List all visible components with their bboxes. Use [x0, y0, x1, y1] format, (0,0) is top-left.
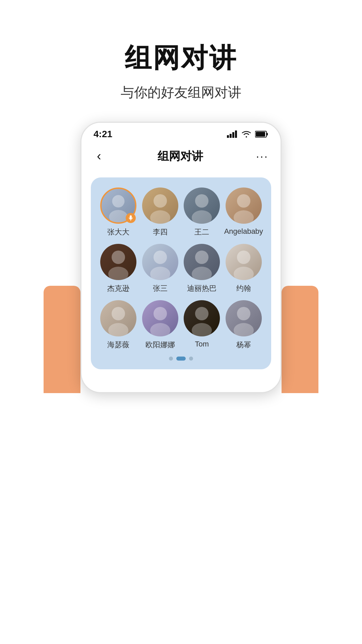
member-item[interactable]: 李四 [139, 187, 181, 237]
svg-point-15 [234, 210, 254, 224]
status-icons [227, 130, 268, 138]
avatar-wrap [226, 300, 262, 336]
svg-point-26 [154, 307, 167, 320]
svg-rect-2 [232, 132, 234, 138]
avatar-wrap [226, 244, 262, 280]
back-button[interactable]: ‹ [94, 148, 105, 165]
member-grid-card: 张大大 李四 王二 Angelababy 杰克逊 张三 迪丽热巴 约翰 海瑟薇 … [91, 177, 271, 369]
hero-subtitle: 与你的好友组网对讲 [121, 83, 241, 102]
svg-rect-5 [266, 133, 268, 136]
nav-bar: ‹ 组网对讲 ··· [81, 143, 281, 169]
member-item[interactable]: Tom [181, 300, 223, 350]
avatar-2 [184, 187, 220, 224]
svg-point-27 [150, 323, 170, 336]
avatar-wrap [184, 187, 220, 224]
svg-point-24 [112, 307, 125, 320]
avatar-wrap [100, 300, 136, 336]
avatar-6 [184, 244, 220, 280]
member-name: 约翰 [236, 283, 251, 293]
svg-point-20 [195, 251, 208, 264]
member-name: Tom [195, 340, 209, 348]
member-item[interactable]: 杰克逊 [98, 244, 139, 293]
pagination-dots [98, 357, 264, 361]
svg-point-12 [195, 194, 208, 208]
member-name: 张大大 [107, 227, 129, 237]
member-name: 王二 [194, 227, 209, 237]
signal-icon [227, 130, 238, 138]
avatar-3 [226, 187, 262, 224]
hero-section: 组网对讲 与你的好友组网对讲 [121, 0, 241, 122]
member-item[interactable]: 海瑟薇 [98, 300, 139, 350]
avatar-wrap [100, 244, 136, 280]
avatar-wrap [226, 187, 262, 224]
member-item[interactable]: 欧阳娜娜 [139, 300, 181, 350]
avatar-wrap [142, 244, 178, 280]
svg-point-21 [192, 267, 212, 280]
svg-rect-3 [235, 130, 237, 138]
more-button[interactable]: ··· [256, 150, 268, 163]
avatar-wrap [184, 300, 220, 336]
svg-point-29 [192, 323, 212, 336]
member-name: 迪丽热巴 [187, 283, 217, 293]
status-bar: 4:21 [81, 123, 281, 143]
phone-wrapper: 4:21 [44, 122, 318, 393]
svg-point-16 [112, 251, 125, 264]
audio-badge [126, 213, 136, 223]
avatar-10 [184, 300, 220, 336]
member-name: 张三 [153, 283, 168, 293]
member-grid: 张大大 李四 王二 Angelababy 杰克逊 张三 迪丽热巴 约翰 海瑟薇 … [98, 187, 264, 350]
status-time: 4:21 [94, 129, 112, 140]
deco-left [44, 286, 80, 393]
svg-point-31 [234, 323, 254, 336]
svg-point-28 [195, 307, 208, 320]
member-item[interactable]: 约翰 [223, 244, 265, 293]
svg-point-11 [150, 210, 170, 224]
member-item[interactable]: 王二 [181, 187, 223, 237]
battery-icon [255, 130, 268, 138]
avatar-11 [226, 300, 262, 336]
member-item[interactable]: 张三 [139, 244, 181, 293]
pagination-dot-1[interactable] [176, 357, 186, 361]
deco-right [282, 286, 318, 393]
phone-frame: 4:21 [80, 122, 282, 393]
pagination-dot-2[interactable] [189, 357, 193, 361]
hero-title: 组网对讲 [121, 40, 241, 76]
avatar-wrap [142, 187, 178, 224]
member-item[interactable]: 杨幂 [223, 300, 265, 350]
svg-point-19 [150, 267, 170, 280]
svg-rect-0 [227, 135, 229, 138]
member-name: 杰克逊 [107, 283, 129, 293]
member-name: 杨幂 [236, 340, 251, 350]
svg-point-8 [109, 210, 128, 222]
member-item[interactable]: 张大大 [98, 187, 139, 237]
svg-point-30 [237, 307, 250, 320]
svg-point-7 [112, 195, 125, 208]
svg-point-23 [234, 267, 254, 280]
member-name: Angelababy [224, 227, 263, 236]
member-name: 海瑟薇 [107, 340, 129, 350]
avatar-5 [142, 244, 178, 280]
svg-point-17 [108, 267, 128, 280]
svg-point-10 [154, 194, 167, 208]
svg-rect-6 [256, 132, 265, 137]
member-name: 欧阳娜娜 [145, 340, 175, 350]
avatar-4 [100, 244, 136, 280]
pagination-dot-0[interactable] [169, 357, 173, 361]
avatar-wrap [184, 244, 220, 280]
svg-point-25 [108, 323, 128, 336]
svg-point-14 [237, 194, 250, 208]
svg-rect-1 [230, 134, 232, 138]
avatar-7 [226, 244, 262, 280]
avatar-wrap [100, 187, 136, 224]
svg-point-13 [192, 210, 212, 224]
nav-title: 组网对讲 [158, 149, 203, 164]
avatar-8 [100, 300, 136, 336]
wifi-icon [241, 130, 252, 138]
svg-point-22 [237, 251, 250, 264]
avatar-wrap [142, 300, 178, 336]
member-item[interactable]: 迪丽热巴 [181, 244, 223, 293]
svg-point-18 [154, 251, 167, 264]
member-item[interactable]: Angelababy [223, 187, 265, 237]
member-name: 李四 [153, 227, 168, 237]
avatar-1 [142, 187, 178, 224]
